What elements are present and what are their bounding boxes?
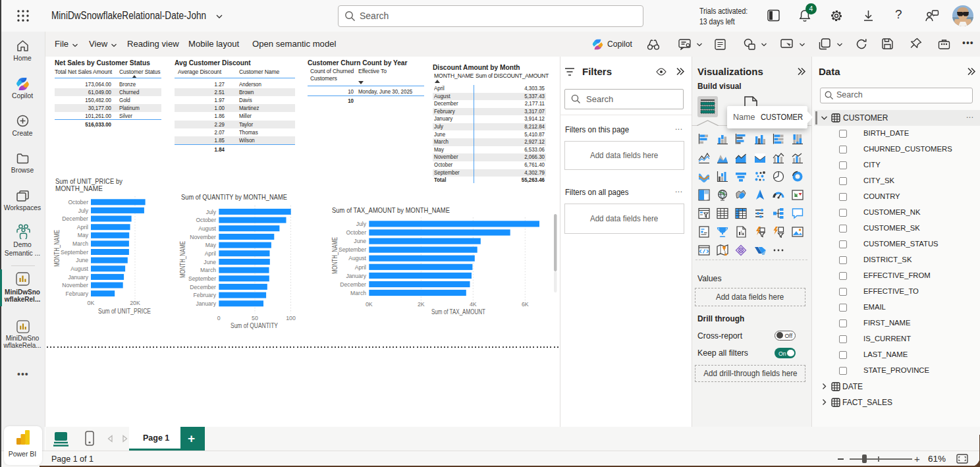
svg-text:April: April xyxy=(205,250,216,257)
svg-text:January: January xyxy=(346,273,366,279)
svg-text:July: July xyxy=(206,209,217,215)
svg-text:20K: 20K xyxy=(130,300,140,306)
svg-text:September: September xyxy=(61,249,88,256)
svg-text:Sum of TAX_AMOUNT: Sum of TAX_AMOUNT xyxy=(431,308,485,316)
svg-text:April: April xyxy=(77,224,88,231)
svg-text:October: October xyxy=(196,217,216,223)
svg-text:February: February xyxy=(194,292,217,298)
svg-text:August: August xyxy=(348,255,366,261)
svg-text:September: September xyxy=(339,246,366,253)
svg-text:August: August xyxy=(70,265,88,272)
svg-text:June: June xyxy=(354,238,366,244)
svg-text:November: November xyxy=(190,234,216,240)
svg-text:August: August xyxy=(198,225,216,232)
svg-text:March: March xyxy=(350,290,366,296)
svg-text:September: September xyxy=(188,275,216,282)
svg-text:July: July xyxy=(78,207,89,214)
svg-text:March: March xyxy=(200,267,216,273)
svg-text:January: January xyxy=(68,274,88,281)
svg-text:0K: 0K xyxy=(88,300,95,306)
svg-text:May: May xyxy=(205,242,217,248)
svg-text:July: July xyxy=(356,221,367,227)
svg-text:Sum of QUANTITY: Sum of QUANTITY xyxy=(231,322,278,329)
svg-text:June: June xyxy=(76,257,88,263)
svg-text:April: April xyxy=(355,264,366,271)
svg-text:December: December xyxy=(340,281,366,288)
svg-text:MONTH_NAME: MONTH_NAME xyxy=(55,184,103,192)
svg-text:2K: 2K xyxy=(418,301,425,308)
svg-text:October: October xyxy=(346,229,366,236)
svg-text:June: June xyxy=(204,259,216,265)
svg-text:MONTH_NAME: MONTH_NAME xyxy=(53,230,61,267)
svg-text:November: November xyxy=(62,282,88,288)
svg-text:February: February xyxy=(66,290,89,297)
svg-text:Sum of TAX_AMOUNT by MONTH_NAM: Sum of TAX_AMOUNT by MONTH_NAME xyxy=(332,206,450,214)
svg-text:May: May xyxy=(78,232,89,238)
svg-text:0K: 0K xyxy=(366,301,373,308)
svg-text:100: 100 xyxy=(286,315,296,321)
svg-text:6K: 6K xyxy=(522,301,529,308)
svg-text:0: 0 xyxy=(217,315,221,321)
svg-text:MONTH_NAME: MONTH_NAME xyxy=(331,237,339,274)
svg-text:December: December xyxy=(190,284,216,290)
svg-text:March: March xyxy=(72,240,88,247)
svg-text:October: October xyxy=(68,199,88,206)
svg-text:January: January xyxy=(196,300,216,307)
svg-text:Sum of UNIT_PRICE: Sum of UNIT_PRICE xyxy=(98,308,151,315)
svg-text:Sum of QUANTITY by MONTH_NAME: Sum of QUANTITY by MONTH_NAME xyxy=(181,193,287,201)
svg-text:MONTH_NAME: MONTH_NAME xyxy=(179,241,186,278)
svg-text:4K: 4K xyxy=(470,301,477,308)
svg-text:December: December xyxy=(62,215,88,222)
svg-text:50: 50 xyxy=(252,315,258,321)
